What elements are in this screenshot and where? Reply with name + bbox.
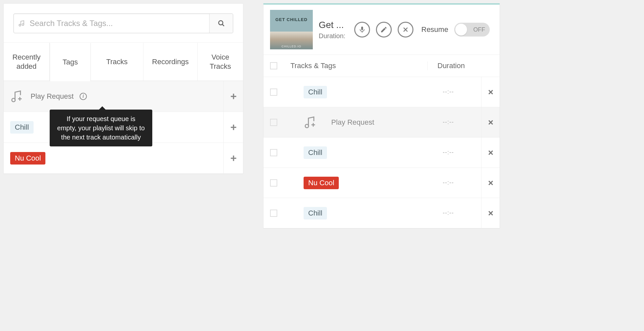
tag-chill[interactable]: Chill	[10, 121, 34, 134]
add-button[interactable]	[223, 81, 243, 112]
row-duration: --:--	[415, 149, 481, 156]
playlist-row: Chill --:--	[263, 138, 500, 168]
add-button[interactable]	[223, 143, 243, 173]
row-checkbox[interactable]	[270, 210, 277, 217]
playlist-header: GET CHILLED CHILLED.IO Get ... Duration:…	[263, 5, 500, 55]
tag-chill[interactable]: Chill	[304, 86, 327, 98]
column-duration: Duration	[427, 62, 493, 70]
play-request-label: Play Request	[331, 118, 374, 127]
play-request-label: Play Request	[31, 92, 74, 101]
resume-toggle[interactable]: OFF	[454, 23, 490, 37]
row-duration: --:--	[415, 89, 481, 95]
toggle-label: OFF	[473, 23, 485, 37]
row-duration: --:--	[415, 179, 481, 186]
playlist-row: Chill --:--	[263, 198, 500, 228]
tag-chill[interactable]: Chill	[304, 207, 327, 219]
library-row-tag: Nu Cool	[4, 143, 243, 174]
select-all-checkbox[interactable]	[270, 62, 277, 69]
svg-rect-10	[231, 127, 236, 128]
svg-point-0	[19, 24, 21, 26]
play-request-tooltip: If your request queue is empty, your pla…	[50, 110, 152, 146]
library-row-play-request: Play Request i If your request queue is …	[4, 81, 243, 112]
remove-button[interactable]	[481, 107, 500, 137]
toggle-knob	[455, 24, 467, 36]
row-checkbox[interactable]	[270, 119, 277, 126]
svg-rect-8	[231, 96, 236, 97]
artwork-text-bottom: CHILLED.IO	[270, 45, 313, 48]
row-checkbox[interactable]	[270, 179, 277, 187]
row-checkbox[interactable]	[270, 89, 277, 96]
row-checkbox[interactable]	[270, 149, 277, 156]
edit-button[interactable]	[376, 22, 392, 38]
remove-button[interactable]	[481, 168, 500, 198]
search-wrap	[4, 4, 243, 42]
playlist-duration-label: Duration:	[319, 32, 348, 40]
library-tabs: Recently added Tags Tracks Recordings Vo…	[4, 42, 243, 81]
remove-button[interactable]	[481, 138, 500, 167]
svg-rect-12	[231, 158, 236, 159]
search-button[interactable]	[209, 14, 233, 33]
tab-recordings[interactable]: Recordings	[143, 43, 198, 81]
playlist-panel: GET CHILLED CHILLED.IO Get ... Duration:…	[263, 3, 500, 229]
row-duration: --:--	[415, 119, 481, 126]
tab-voice-tracks[interactable]: Voice Tracks	[198, 43, 243, 81]
tab-recently-added[interactable]: Recently added	[4, 43, 50, 81]
playlist-title-block: Get ... Duration:	[319, 20, 348, 40]
tab-tags[interactable]: Tags	[50, 43, 91, 81]
microphone-button[interactable]	[354, 22, 370, 38]
svg-point-1	[22, 24, 24, 26]
tab-tracks[interactable]: Tracks	[91, 43, 143, 81]
tag-chill[interactable]: Chill	[304, 146, 327, 159]
add-button[interactable]	[223, 112, 243, 142]
tag-nu-cool[interactable]: Nu Cool	[304, 177, 339, 189]
playlist-row-play-request: Play Request --:--	[263, 107, 500, 138]
info-icon[interactable]: i	[80, 93, 87, 100]
playlist-row: Chill --:--	[263, 77, 500, 107]
tag-nu-cool[interactable]: Nu Cool	[10, 152, 45, 165]
close-button[interactable]	[398, 22, 413, 38]
music-plus-icon	[10, 89, 25, 104]
row-duration: --:--	[415, 210, 481, 216]
svg-line-3	[222, 24, 224, 26]
music-icon	[14, 14, 30, 33]
search-input[interactable]	[30, 14, 209, 33]
library-panel: Recently added Tags Tracks Recordings Vo…	[3, 3, 243, 174]
music-plus-icon	[304, 115, 318, 130]
column-tracks-tags: Tracks & Tags	[290, 62, 427, 70]
playlist-title: Get ...	[319, 20, 348, 30]
search-bar	[13, 13, 233, 33]
svg-point-2	[218, 21, 223, 25]
remove-button[interactable]	[481, 198, 500, 228]
svg-rect-13	[361, 27, 363, 30]
playlist-columns-header: Tracks & Tags Duration	[263, 55, 500, 77]
playlist-artwork: GET CHILLED CHILLED.IO	[270, 10, 313, 49]
artwork-text-top: GET CHILLED	[270, 17, 313, 22]
remove-button[interactable]	[481, 77, 500, 107]
playlist-row: Nu Cool --:--	[263, 168, 500, 198]
resume-label: Resume	[421, 25, 448, 34]
